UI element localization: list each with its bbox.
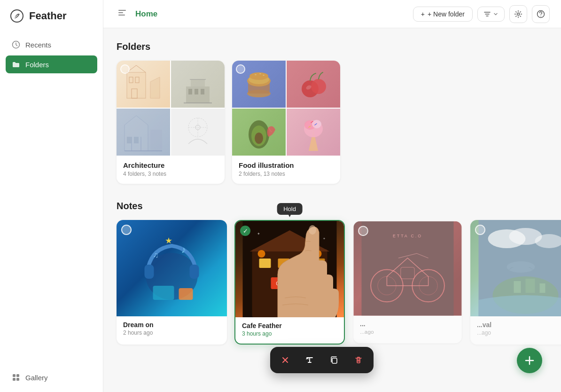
- svg-text:✦: ✦: [257, 232, 260, 236]
- hold-tooltip: Hold: [277, 203, 303, 215]
- note-time: 2 hours ago: [123, 329, 220, 336]
- toggle-sidebar-button[interactable]: [115, 6, 130, 22]
- sidebar-item-folders[interactable]: Folders: [6, 55, 97, 73]
- help-button[interactable]: [532, 5, 550, 23]
- note-info: Cafe Feather 3 hours ago: [235, 317, 344, 344]
- svg-line-17: [136, 65, 146, 72]
- notes-section-title: Notes: [117, 201, 548, 212]
- svg-rect-72: [291, 296, 297, 305]
- folder-name: Architecture: [123, 161, 218, 169]
- folder-img-3: [117, 109, 170, 156]
- note-select-circle[interactable]: [475, 225, 485, 235]
- svg-rect-93: [514, 281, 521, 293]
- add-button[interactable]: [517, 348, 542, 373]
- folder-card-architecture[interactable]: Architecture 4 folders, 3 notes: [117, 61, 225, 184]
- svg-rect-4: [13, 378, 16, 381]
- sidebar-item-label: Folders: [25, 61, 49, 69]
- note-time: ...ago: [477, 329, 561, 336]
- svg-point-9: [517, 13, 520, 15]
- svg-rect-62: [179, 288, 193, 300]
- svg-point-41: [259, 73, 261, 74]
- folders-section-title: Folders: [117, 41, 548, 52]
- main-area: Home + + New folder: [103, 0, 561, 392]
- note-time: ...ago: [360, 329, 455, 335]
- svg-rect-29: [127, 137, 132, 143]
- svg-rect-3: [16, 374, 19, 377]
- svg-text:★: ★: [165, 236, 172, 245]
- settings-button[interactable]: [509, 5, 527, 23]
- note-select-circle[interactable]: [121, 225, 132, 235]
- note-image-moto: ETTA C.O: [353, 221, 461, 316]
- svg-rect-8: [118, 15, 125, 16]
- folder-meta: 2 folders, 13 notes: [239, 171, 334, 177]
- sort-button[interactable]: [477, 7, 505, 22]
- sidebar-nav: Recents Folders: [0, 32, 103, 77]
- svg-rect-25: [150, 130, 162, 151]
- note-card-aerial[interactable]: ...val ...ago: [470, 220, 561, 345]
- svg-point-11: [540, 16, 541, 16]
- folder-select-circle[interactable]: [236, 64, 245, 74]
- note-time: 3 hours ago: [242, 330, 337, 337]
- svg-rect-5: [16, 378, 19, 381]
- note-name: Cafe Feather: [242, 322, 337, 329]
- note-image-aerial: [470, 220, 561, 316]
- toolbar-close-button[interactable]: [274, 349, 296, 371]
- svg-rect-61: [153, 286, 174, 300]
- note-card-motorcycle[interactable]: ETTA C.O ... ...ago: [353, 221, 461, 344]
- svg-rect-57: [145, 265, 154, 279]
- svg-rect-20: [188, 89, 192, 94]
- svg-rect-21: [195, 89, 198, 94]
- header: Home + + New folder: [103, 0, 561, 28]
- note-card-cafe-wrapper: Hold ✓: [234, 220, 345, 345]
- notes-grid: ♪ ♫ ★ Dream on 2 hours ago: [117, 220, 548, 345]
- svg-rect-58: [190, 265, 199, 279]
- svg-rect-19: [191, 79, 205, 89]
- svg-point-76: [314, 250, 322, 258]
- folder-select-circle[interactable]: [120, 64, 130, 74]
- folder-img-4: [171, 109, 225, 156]
- plus-icon: +: [421, 10, 425, 18]
- toolbar-delete-button[interactable]: [347, 349, 370, 371]
- svg-rect-67: [278, 259, 290, 268]
- note-card-cafe-feather[interactable]: ✓: [234, 220, 345, 345]
- folder-img-3: [232, 109, 286, 156]
- svg-rect-94: [526, 279, 535, 293]
- note-select-check[interactable]: ✓: [240, 226, 250, 236]
- note-image-dream: ♪ ♫ ★: [117, 220, 227, 316]
- svg-text:ETTA C.O: ETTA C.O: [393, 234, 422, 238]
- note-name: ...: [360, 320, 455, 328]
- folder-info: Food illustration 2 folders, 13 notes: [232, 156, 340, 184]
- grid-icon: [11, 373, 21, 382]
- svg-rect-30: [134, 137, 139, 143]
- svg-point-48: [255, 133, 263, 144]
- context-toolbar: [270, 347, 374, 373]
- clock-icon: [11, 40, 21, 49]
- note-card-dream-on[interactable]: ♪ ♫ ★ Dream on 2 hours ago: [117, 220, 227, 345]
- svg-point-39: [249, 72, 268, 80]
- note-image-cafe: Cafe Feather ✦ ✦ ✦: [235, 221, 344, 317]
- svg-rect-97: [332, 358, 337, 363]
- folder-icon: [11, 60, 21, 69]
- sidebar-item-recents[interactable]: Recents: [6, 36, 97, 54]
- svg-rect-95: [540, 283, 545, 293]
- sidebar-item-label: Recents: [25, 41, 51, 49]
- note-info: Dream on 2 hours ago: [117, 316, 227, 343]
- new-folder-button[interactable]: + + New folder: [413, 7, 473, 22]
- folder-images: [117, 61, 225, 156]
- app-logo: Feather: [0, 0, 103, 32]
- svg-rect-69: [316, 259, 325, 268]
- folder-card-food[interactable]: Food illustration 2 folders, 13 notes: [232, 61, 340, 184]
- toolbar-copy-button[interactable]: [323, 349, 345, 371]
- note-name: Dream on: [123, 321, 220, 329]
- folder-img-2: [171, 61, 225, 108]
- folder-img-4: [287, 109, 340, 156]
- folder-name: Food illustration: [239, 161, 334, 169]
- chevron-down-icon: [493, 11, 499, 17]
- toolbar-text-button[interactable]: [298, 349, 321, 371]
- folder-images: [232, 61, 340, 156]
- sidebar-bottom: Gallery: [0, 363, 103, 392]
- svg-point-44: [311, 79, 326, 94]
- note-name: ...val: [477, 321, 561, 329]
- note-select-circle[interactable]: [358, 226, 368, 236]
- sidebar-item-gallery[interactable]: Gallery: [6, 368, 97, 386]
